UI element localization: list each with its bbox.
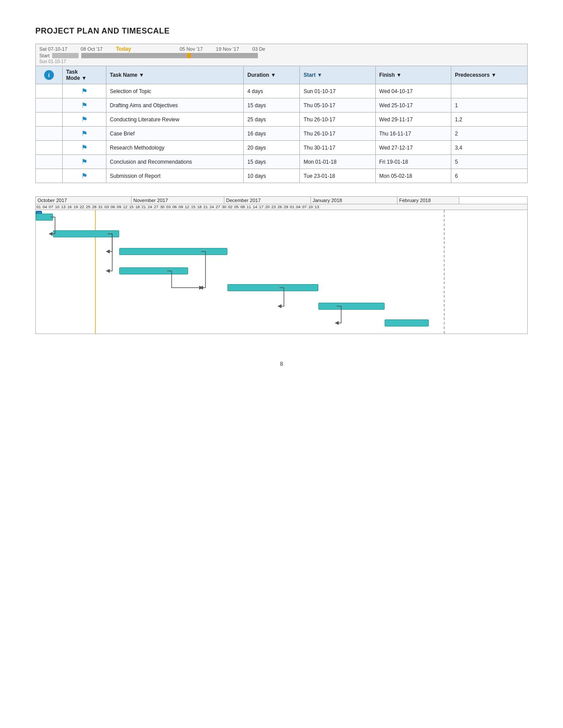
- nov1-label: 05 Nov '17: [180, 46, 203, 52]
- row-duration: 15 days: [244, 155, 300, 169]
- gantt-day-cell: 13: [314, 204, 320, 210]
- row-finish: Wed 29-11-17: [375, 113, 451, 127]
- row-start: Thu 26-10-17: [300, 127, 375, 141]
- row-predecessors: 1: [451, 98, 528, 113]
- row-predecessors: 3,4: [451, 141, 528, 155]
- row-duration: 25 days: [244, 113, 300, 127]
- gantt-day-cell: 11: [246, 204, 252, 210]
- table-row: ⚑Case Brief16 daysThu 26-10-17Thu 16-11-…: [36, 127, 528, 141]
- row-task-mode: ⚑: [62, 113, 106, 127]
- row-duration: 10 days: [244, 169, 300, 183]
- row-task-name: Conclusion and Recommendations: [106, 155, 244, 169]
- deadline-line: [444, 210, 445, 334]
- start-label: Start: [39, 53, 49, 58]
- gantt-table: i TaskMode ▼ Task Name ▼ Duration ▼ Star…: [35, 66, 528, 183]
- duration-col-header[interactable]: Duration ▼: [244, 66, 300, 84]
- gantt-day-cell: 14: [252, 204, 258, 210]
- gantt-day-cell: 10: [308, 204, 314, 210]
- predecessors-col-header[interactable]: Predecessors ▼: [451, 66, 528, 84]
- row-duration: 15 days: [244, 98, 300, 113]
- gantt-day-cell: 01: [289, 204, 295, 210]
- row-start: Thu 30-11-17: [300, 141, 375, 155]
- nov2-label: 19 Nov '17: [216, 46, 239, 52]
- row-task-name: Selection of Topic: [106, 84, 244, 98]
- row-task-name: Conducting Literature Review: [106, 113, 244, 127]
- table-row: ⚑Research Methodology20 daysThu 30-11-17…: [36, 141, 528, 155]
- gantt-day-cell: 21: [203, 204, 209, 210]
- gantt-day-cell: 09: [178, 204, 184, 210]
- gantt-day-cell: 12: [184, 204, 190, 210]
- gantt-day-cell: 27: [215, 204, 221, 210]
- row-start: Tue 23-01-18: [300, 169, 375, 183]
- info-col-header: i: [36, 66, 63, 84]
- task-mode-icon: ⚑: [81, 129, 87, 138]
- task-mode-icon: ⚑: [81, 87, 87, 95]
- gantt-day-cell: 25: [85, 204, 91, 210]
- row-finish: Wed 27-12-17: [375, 141, 451, 155]
- gantt-day-cell: 06: [110, 204, 116, 210]
- gantt-day-cell: 04: [42, 204, 48, 210]
- gantt-day-cell: 30: [221, 204, 227, 210]
- gantt-day-cell: 17: [258, 204, 264, 210]
- today-label: Today: [116, 46, 131, 52]
- row-predecessors: 2: [451, 127, 528, 141]
- row-predecessors: 1,2: [451, 113, 528, 127]
- gantt-day-cell: 05: [234, 204, 240, 210]
- row-task-name: Submission of Report: [106, 169, 244, 183]
- row-duration: 4 days: [244, 84, 300, 98]
- de-label: 03 De: [252, 46, 265, 52]
- task-name-col-header[interactable]: Task Name ▼: [106, 66, 244, 84]
- task-mode-icon: ⚑: [81, 115, 87, 124]
- gantt-day-cell: 13: [60, 204, 67, 210]
- finish-col-header[interactable]: Finish ▼: [375, 66, 451, 84]
- row-info-cell: [36, 84, 63, 98]
- gantt-day-cell: 12: [122, 204, 128, 210]
- row-task-mode: ⚑: [62, 84, 106, 98]
- row-finish: Fri 19-01-18: [375, 155, 451, 169]
- row-start: Thu 26-10-17: [300, 113, 375, 127]
- gantt-day-cell: 09: [116, 204, 122, 210]
- gantt-month-header: October 2017November 2017December 2017Ja…: [36, 197, 527, 204]
- gantt-day-cell: 08: [240, 204, 246, 210]
- gantt-day-cell: 06: [172, 204, 178, 210]
- gantt-month-cell: November 2017: [132, 197, 224, 204]
- gantt-bars-area: [36, 210, 527, 334]
- gantt-day-cell: 18: [135, 204, 141, 210]
- row-task-mode: ⚑: [62, 169, 106, 183]
- gantt-bar: [119, 248, 227, 255]
- gantt-day-cell: 24: [209, 204, 215, 210]
- row-task-name: Research Methodology: [106, 141, 244, 155]
- gantt-bar: [385, 319, 429, 326]
- row-info-cell: [36, 155, 63, 169]
- row-info-cell: [36, 141, 63, 155]
- table-row: ⚑Conducting Literature Review25 daysThu …: [36, 113, 528, 127]
- gantt-day-cell: 22: [79, 204, 85, 210]
- gantt-day-cell: 15: [190, 204, 196, 210]
- gantt-month-cell: January 2018: [311, 197, 397, 204]
- gantt-body: [36, 210, 527, 334]
- gantt-day-cell: 24: [147, 204, 153, 210]
- row-start: Thu 05-10-17: [300, 98, 375, 113]
- row-predecessors: [451, 84, 528, 98]
- gantt-day-cell: 27: [153, 204, 159, 210]
- sun-label: Sun 01-10-17: [39, 59, 524, 64]
- gantt-bar: [227, 284, 318, 291]
- gantt-day-cell: 23: [271, 204, 277, 210]
- row-info-cell: [36, 169, 63, 183]
- gantt-month-cell: October 2017: [36, 197, 132, 204]
- task-mode-col-header[interactable]: TaskMode ▼: [62, 66, 106, 84]
- gantt-day-cell: 04: [295, 204, 302, 210]
- page-title: PROJECT PLAN AND TIMESCALE: [35, 26, 528, 36]
- gantt-bar: [119, 267, 188, 274]
- row-info-cell: [36, 113, 63, 127]
- gantt-day-cell: 29: [283, 204, 289, 210]
- gantt-month-cell: December 2017: [224, 197, 311, 204]
- table-row: ⚑Conclusion and Recommendations15 daysMo…: [36, 155, 528, 169]
- row-predecessors: 6: [451, 169, 528, 183]
- page-number: 8: [35, 360, 528, 367]
- gantt-day-cell: 20: [264, 204, 271, 210]
- row-task-mode: ⚑: [62, 155, 106, 169]
- table-row: ⚑Submission of Report10 daysTue 23-01-18…: [36, 169, 528, 183]
- row-finish: Thu 16-11-17: [375, 127, 451, 141]
- start-col-header[interactable]: Start ▼: [300, 66, 375, 84]
